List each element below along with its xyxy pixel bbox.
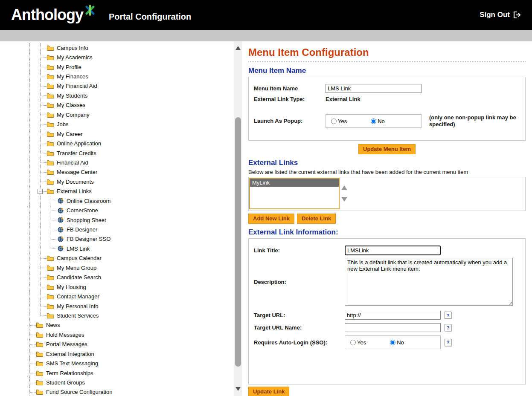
tree-item-label[interactable]: Portal Messages <box>45 341 88 347</box>
listbox-scrollbar[interactable] <box>340 178 349 209</box>
tree-item-label[interactable]: Campus Info <box>56 45 89 51</box>
tree-item-fund-source-configuration[interactable]: Fund Source Configuration <box>0 387 234 396</box>
tree-item-label[interactable]: My Career <box>56 131 84 137</box>
tree-item-lms-link[interactable]: LMS Link <box>0 244 234 253</box>
tree-item-message-center[interactable]: Message Center <box>0 168 234 177</box>
tree-item-news[interactable]: News <box>0 321 234 330</box>
tree-item-label[interactable]: External Integration <box>45 351 95 357</box>
add-new-link-button[interactable]: Add New Link <box>248 214 294 224</box>
tree-item-label[interactable]: Financial Aid <box>56 159 89 166</box>
tree-item-my-documents[interactable]: My Documents <box>0 177 234 186</box>
tree-item-campus-info[interactable]: Campus Info <box>0 43 234 52</box>
tree-item-label[interactable]: Shopping Sheet <box>66 217 107 223</box>
tree-item-label[interactable]: Online Classroom <box>66 198 111 204</box>
tree-item-label[interactable]: My Personal Info <box>56 303 99 309</box>
target-url-help-icon[interactable]: ? <box>445 312 451 319</box>
tree-item-label[interactable]: My Housing <box>56 284 87 290</box>
sign-out-button[interactable]: Sign Out <box>480 11 521 19</box>
collapse-minus-icon[interactable]: − <box>38 189 43 194</box>
target-url-name-input[interactable] <box>345 323 441 332</box>
tree-item-my-financial-aid[interactable]: My Financial Aid <box>0 81 234 91</box>
sso-yes-radio[interactable] <box>350 340 356 345</box>
tree-item-online-classroom[interactable]: Online Classroom <box>0 196 234 205</box>
tree-item-my-company[interactable]: My Company <box>0 110 234 119</box>
sso-no-label[interactable]: No <box>397 339 404 346</box>
tree-item-student-groups[interactable]: Student Groups <box>0 378 234 387</box>
tree-item-label[interactable]: My Profile <box>56 64 82 70</box>
tree-item-external-links[interactable]: −External Links <box>0 187 234 196</box>
tree-item-label[interactable]: Term Relationships <box>45 370 94 376</box>
tree-item-label[interactable]: My Financial Aid <box>56 83 98 89</box>
tree-item-label[interactable]: Student Services <box>56 312 99 319</box>
delete-link-button[interactable]: Delete Link <box>297 214 336 224</box>
tree-item-label[interactable]: External Links <box>56 188 93 194</box>
tree-item-label[interactable]: Message Center <box>56 169 98 175</box>
tree-item-hold-messages[interactable]: Hold Messages <box>0 330 234 339</box>
listbox-item-selected[interactable]: MyLink <box>250 179 339 187</box>
tree-item-my-academics[interactable]: My Academics <box>0 52 234 62</box>
tree-item-label[interactable]: Transfer Credits <box>56 150 97 156</box>
sso-help-icon[interactable]: ? <box>445 339 451 346</box>
link-title-input[interactable] <box>345 246 441 255</box>
tree-item-label[interactable]: SMS Text Messaging <box>45 360 99 367</box>
tree-item-online-application[interactable]: Online Application <box>0 139 234 148</box>
tree-item-sms-text-messaging[interactable]: SMS Text Messaging <box>0 358 234 368</box>
tree-item-portal-messages[interactable]: Portal Messages <box>0 340 234 349</box>
scroll-up-button[interactable] <box>234 44 242 52</box>
target-url-input[interactable] <box>345 311 441 320</box>
tree-item-campus-calendar[interactable]: Campus Calendar <box>0 254 234 263</box>
sso-yes-label[interactable]: Yes <box>357 339 366 346</box>
sidebar-scrollbar[interactable] <box>234 41 242 396</box>
tree-item-my-students[interactable]: My Students <box>0 91 234 100</box>
tree-item-label[interactable]: Fund Source Configuration <box>45 389 113 395</box>
tree-item-cornerstone[interactable]: CornerStone <box>0 205 234 215</box>
tree-item-label[interactable]: FB Designer SSO <box>66 236 111 242</box>
tree-item-label[interactable]: My Documents <box>56 179 95 185</box>
tree-item-label[interactable]: Online Application <box>56 140 102 147</box>
tree-item-label[interactable]: LMS Link <box>66 246 90 252</box>
tree-item-student-services[interactable]: Student Services <box>0 311 234 320</box>
tree-item-label[interactable]: News <box>45 322 61 328</box>
sso-no-radio[interactable] <box>390 340 395 345</box>
tree-item-label[interactable]: Hold Messages <box>45 332 85 338</box>
scroll-down-button[interactable] <box>234 385 242 393</box>
tree-item-candidate-search[interactable]: Candidate Search <box>0 273 234 282</box>
tree-item-contact-manager[interactable]: Contact Manager <box>0 292 234 301</box>
tree-item-label[interactable]: My Finances <box>56 73 89 80</box>
tree-item-label[interactable]: My Academics <box>56 54 93 61</box>
tree-item-shopping-sheet[interactable]: Shopping Sheet <box>0 215 234 225</box>
tree-item-my-housing[interactable]: My Housing <box>0 282 234 292</box>
tree-item-my-profile[interactable]: My Profile <box>0 62 234 72</box>
menu-item-name-input[interactable] <box>326 84 422 93</box>
update-link-button[interactable]: Update Link <box>248 387 289 396</box>
listbox-scroll-up-icon[interactable] <box>341 185 347 190</box>
tree-item-my-menu-group[interactable]: My Menu Group <box>0 263 234 272</box>
tree-item-transfer-credits[interactable]: Transfer Credits <box>0 148 234 158</box>
tree-item-label[interactable]: FB Designer <box>66 226 98 233</box>
tree-item-my-finances[interactable]: My Finances <box>0 72 234 81</box>
tree-item-my-career[interactable]: My Career <box>0 129 234 139</box>
tree-item-label[interactable]: Student Groups <box>45 379 86 386</box>
tree-item-label[interactable]: Campus Calendar <box>56 255 102 261</box>
tree-item-label[interactable]: CornerStone <box>66 207 99 214</box>
popup-no-label[interactable]: No <box>378 118 385 124</box>
tree-item-term-relationships[interactable]: Term Relationships <box>0 368 234 378</box>
popup-yes-label[interactable]: Yes <box>338 118 347 124</box>
popup-no-radio[interactable] <box>371 119 376 124</box>
popup-yes-radio[interactable] <box>331 119 337 124</box>
tree-item-label[interactable]: Contact Manager <box>56 293 100 300</box>
tree-item-my-classes[interactable]: My Classes <box>0 101 234 110</box>
listbox-scroll-down-icon[interactable] <box>341 197 347 202</box>
tree-item-label[interactable]: My Menu Group <box>56 265 97 271</box>
tree-item-fb-designer[interactable]: FB Designer <box>0 225 234 234</box>
tree-item-financial-aid[interactable]: Financial Aid <box>0 158 234 167</box>
description-textarea[interactable] <box>345 258 513 306</box>
tree-item-my-personal-info[interactable]: My Personal Info <box>0 301 234 311</box>
target-url-name-help-icon[interactable]: ? <box>445 324 451 331</box>
tree-item-jobs[interactable]: Jobs <box>0 120 234 129</box>
tree-item-fb-designer-sso[interactable]: FB Designer SSO <box>0 234 234 244</box>
tree-item-external-integration[interactable]: External Integration <box>0 349 234 358</box>
tree-item-label[interactable]: My Classes <box>56 102 86 108</box>
tree-item-label[interactable]: My Students <box>56 92 88 99</box>
tree-item-label[interactable]: My Company <box>56 112 90 118</box>
